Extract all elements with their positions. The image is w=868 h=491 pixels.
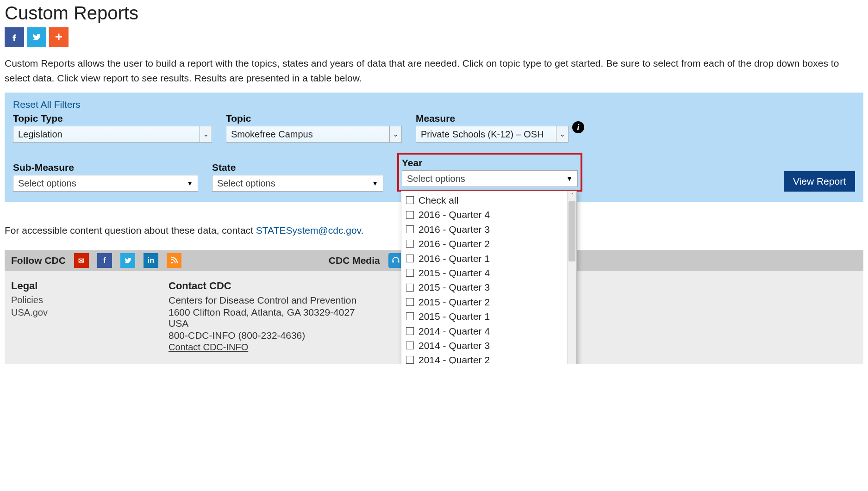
year-option[interactable]: 2016 - Quarter 3 [406, 222, 562, 236]
twitter-icon [31, 32, 42, 42]
year-option-label: 2015 - Quarter 4 [418, 266, 490, 280]
footer-legal-col: Legal Policies USA.gov [11, 280, 131, 353]
year-option[interactable]: 2015 - Quarter 2 [406, 295, 562, 309]
year-check-all[interactable]: Check all [406, 193, 562, 207]
checkbox-icon[interactable] [406, 312, 414, 320]
facebook-icon [9, 32, 19, 42]
year-option-label: 2016 - Quarter 1 [418, 252, 490, 265]
checkbox-icon[interactable] [406, 342, 414, 349]
policies-link[interactable]: Policies [11, 295, 131, 305]
sub-measure-select[interactable]: Select options ▼ [13, 175, 198, 192]
page-title: Custom Reports [5, 3, 863, 24]
follow-cdc-label: Follow CDC [11, 255, 66, 266]
topic-type-select[interactable]: Legislation ⌄ [13, 126, 212, 143]
year-option[interactable]: 2016 - Quarter 4 [406, 207, 562, 222]
checkbox-icon[interactable] [406, 298, 414, 306]
scroll-up-icon[interactable]: ˄ [568, 191, 576, 200]
year-option-label: 2016 - Quarter 3 [418, 223, 490, 236]
topic-type-value: Legislation [13, 126, 200, 142]
topic-select[interactable]: Smokefree Campus ⌄ [226, 126, 402, 143]
info-icon[interactable]: i [572, 121, 584, 133]
checkbox-icon[interactable] [406, 269, 414, 277]
checkbox-icon[interactable] [406, 196, 414, 204]
year-highlight-box: Year Select options ▼ [397, 153, 582, 192]
contact-heading: Contact CDC [169, 280, 363, 292]
year-option[interactable]: 2015 - Quarter 4 [406, 266, 562, 280]
chevron-down-icon: ⌄ [200, 126, 212, 142]
year-field: Year Select options ▼ Check all 2016 - Q… [397, 153, 582, 192]
year-option[interactable]: 2016 - Quarter 1 [406, 251, 562, 266]
year-option-label: 2015 - Quarter 3 [418, 280, 490, 294]
chevron-down-icon: ⌄ [389, 126, 401, 142]
topic-label: Topic [226, 113, 402, 124]
contact-org: Centers for Disease Control and Preventi… [169, 295, 363, 306]
year-option-label: 2016 - Quarter 2 [418, 237, 490, 250]
triangle-down-icon: ▼ [372, 180, 378, 187]
checkbox-icon[interactable] [406, 255, 414, 262]
year-option[interactable]: 2014 - Quarter 4 [406, 324, 562, 338]
sub-measure-label: Sub-Measure [13, 162, 198, 173]
checkbox-icon[interactable] [406, 225, 414, 233]
state-label: State [212, 162, 383, 173]
twitter-icon[interactable] [120, 253, 135, 268]
linkedin-icon[interactable]: in [144, 253, 158, 268]
measure-value: Private Schools (K-12) – OSH [416, 126, 556, 142]
svg-point-0 [171, 262, 173, 264]
year-option-label: 2015 - Quarter 2 [418, 295, 490, 309]
checkbox-icon[interactable] [406, 327, 414, 335]
view-report-button[interactable]: View Report [784, 171, 855, 192]
year-option-label: 2016 - Quarter 4 [418, 208, 490, 221]
triangle-down-icon: ▼ [187, 180, 193, 187]
state-field: State Select options ▼ [212, 162, 383, 192]
contact-phone: 800-CDC-INFO (800-232-4636) [169, 330, 363, 341]
footer-contact-col: Contact CDC Centers for Disease Control … [169, 280, 363, 353]
more-share-button[interactable]: + [49, 27, 69, 47]
year-option-label: 2014 - Quarter 2 [418, 353, 490, 364]
state-select[interactable]: Select options ▼ [212, 175, 383, 192]
year-dropdown-list[interactable]: Check all 2016 - Quarter 4 2016 - Quarte… [401, 191, 567, 364]
year-option-label: 2014 - Quarter 3 [418, 339, 490, 352]
year-option[interactable]: 2015 - Quarter 3 [406, 280, 562, 294]
year-select[interactable]: Select options ▼ [402, 170, 578, 187]
year-option[interactable]: 2014 - Quarter 3 [406, 338, 562, 353]
year-dropdown-panel: Check all 2016 - Quarter 4 2016 - Quarte… [401, 191, 577, 364]
checkbox-icon[interactable] [406, 211, 414, 219]
measure-field: Measure Private Schools (K-12) – OSH ⌄ i [416, 113, 584, 143]
scroll-thumb[interactable] [568, 201, 575, 261]
year-option[interactable]: 2014 - Quarter 2 [406, 353, 562, 364]
measure-select[interactable]: Private Schools (K-12) – OSH ⌄ [416, 126, 568, 143]
cdc-media-label: CDC Media [329, 255, 380, 266]
chevron-down-icon: ⌄ [556, 126, 568, 142]
topic-type-label: Topic Type [13, 113, 212, 124]
intro-text: Custom Reports allows the user to build … [5, 56, 863, 85]
twitter-share-button[interactable] [27, 27, 46, 47]
year-option-label: 2015 - Quarter 1 [418, 310, 490, 323]
measure-label: Measure [416, 113, 568, 124]
contact-address: 1600 Clifton Road, Atlanta, GA 30329-402… [169, 307, 363, 329]
plus-icon: + [55, 30, 62, 44]
state-value: Select options [217, 178, 275, 189]
rss-icon[interactable] [167, 253, 181, 268]
triangle-down-icon: ▼ [566, 175, 573, 182]
checkbox-icon[interactable] [406, 356, 414, 364]
share-row: + [5, 27, 863, 47]
checkbox-icon[interactable] [406, 240, 414, 248]
year-option[interactable]: 2015 - Quarter 1 [406, 309, 562, 323]
year-value: Select options [407, 174, 465, 184]
year-option-label: 2014 - Quarter 4 [418, 324, 490, 338]
filter-panel: Reset All Filters Topic Type Legislation… [5, 93, 863, 202]
facebook-icon[interactable]: f [97, 253, 112, 268]
checkbox-icon[interactable] [406, 284, 414, 292]
sub-measure-field: Sub-Measure Select options ▼ [13, 162, 198, 192]
year-label: Year [402, 157, 578, 168]
dropdown-scrollbar[interactable]: ˄ ˅ [567, 191, 576, 364]
contact-cdc-info-link[interactable]: Contact CDC-INFO [169, 342, 363, 353]
accessible-suffix: . [361, 225, 364, 236]
year-option[interactable]: 2016 - Quarter 2 [406, 236, 562, 251]
email-icon[interactable]: ✉ [74, 253, 89, 268]
reset-filters-link[interactable]: Reset All Filters [13, 99, 81, 110]
facebook-share-button[interactable] [5, 27, 24, 47]
usagov-link[interactable]: USA.gov [11, 307, 131, 318]
topic-value: Smokefree Campus [226, 126, 389, 142]
accessible-email-link[interactable]: STATESystem@cdc.gov [256, 225, 361, 236]
